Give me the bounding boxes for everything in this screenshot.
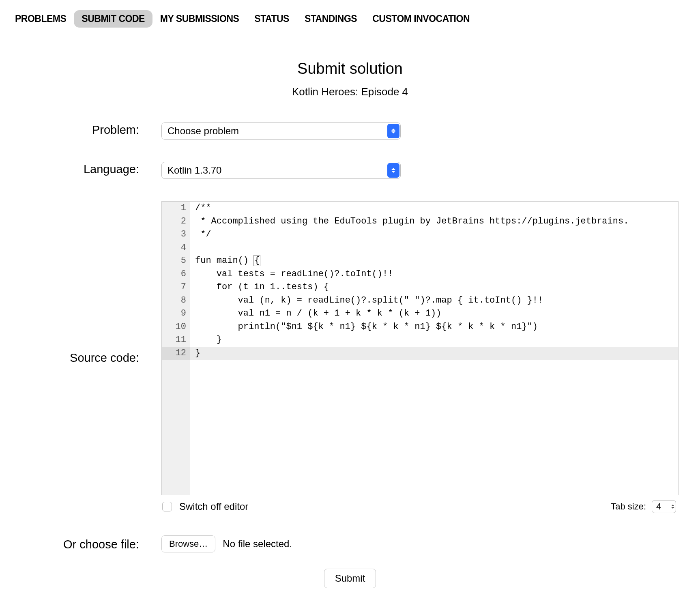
spinner-chevron-icon — [671, 501, 674, 512]
code-line: val tests = readLine()?.toInt()!! — [190, 268, 678, 281]
problem-select[interactable]: Choose problem — [161, 122, 401, 140]
code-area[interactable]: /** * Accomplished using the EduTools pl… — [190, 202, 678, 495]
tab-standings[interactable]: STANDINGS — [297, 10, 365, 28]
language-select[interactable]: Kotlin 1.3.70 — [161, 162, 401, 179]
line-number: 12 — [162, 347, 190, 360]
code-line: println("$n1 ${k * n1} ${k * k * n1} ${k… — [190, 320, 678, 334]
switch-off-editor-label: Switch off editor — [179, 501, 248, 512]
switch-off-editor-checkbox[interactable] — [162, 502, 172, 511]
line-number: 9 — [162, 307, 190, 320]
browse-button[interactable]: Browse… — [161, 535, 215, 552]
submit-button[interactable]: Submit — [324, 569, 376, 588]
code-line: val (n, k) = readLine()?.split(" ")?.map… — [190, 294, 678, 307]
tab-size-input[interactable]: 4 — [652, 500, 676, 513]
line-number: 5 — [162, 254, 190, 268]
tab-status[interactable]: STATUS — [247, 10, 297, 28]
line-number: 6 — [162, 268, 190, 281]
code-line: */ — [190, 228, 678, 241]
language-select-value: Kotlin 1.3.70 — [162, 165, 221, 176]
tab-custom-invocation[interactable]: CUSTOM INVOCATION — [365, 10, 477, 28]
tab-submit-code[interactable]: SUBMIT CODE — [74, 10, 152, 28]
line-number: 10 — [162, 320, 190, 334]
tab-problems[interactable]: PROBLEMS — [7, 10, 74, 28]
source-code-label: Source code: — [7, 201, 161, 365]
tab-size-label: Tab size: — [611, 501, 646, 512]
code-line: /** — [190, 202, 678, 215]
choose-file-label: Or choose file: — [7, 535, 161, 551]
line-number: 7 — [162, 281, 190, 294]
tab-size-value: 4 — [656, 501, 661, 512]
code-line: * Accomplished using the EduTools plugin… — [190, 215, 678, 228]
tab-my-submissions[interactable]: MY SUBMISSIONS — [152, 10, 247, 28]
problem-label: Problem: — [7, 122, 161, 137]
code-line: fun main() { — [190, 254, 678, 268]
code-line: } — [190, 347, 678, 360]
problem-select-value: Choose problem — [162, 125, 239, 137]
file-status-text: No file selected. — [223, 538, 292, 550]
line-number: 11 — [162, 333, 190, 347]
line-number: 3 — [162, 228, 190, 241]
line-number: 1 — [162, 202, 190, 215]
page-title: Submit solution — [7, 60, 693, 77]
language-label: Language: — [7, 162, 161, 176]
code-line: } — [190, 333, 678, 347]
code-gutter: 123456789101112 — [162, 202, 190, 495]
line-number: 8 — [162, 294, 190, 307]
page-subtitle: Kotlin Heroes: Episode 4 — [7, 86, 693, 98]
code-editor[interactable]: 123456789101112 /** * Accomplished using… — [161, 201, 679, 495]
code-line — [190, 241, 678, 255]
code-line: for (t in 1..tests) { — [190, 281, 678, 294]
line-number: 2 — [162, 215, 190, 228]
nav-tabs: PROBLEMSSUBMIT CODEMY SUBMISSIONSSTATUSS… — [7, 10, 693, 28]
select-chevron-icon — [387, 163, 399, 178]
line-number: 4 — [162, 241, 190, 255]
code-line: val n1 = n / (k + 1 + k * k * (k + 1)) — [190, 307, 678, 320]
select-chevron-icon — [387, 124, 399, 138]
